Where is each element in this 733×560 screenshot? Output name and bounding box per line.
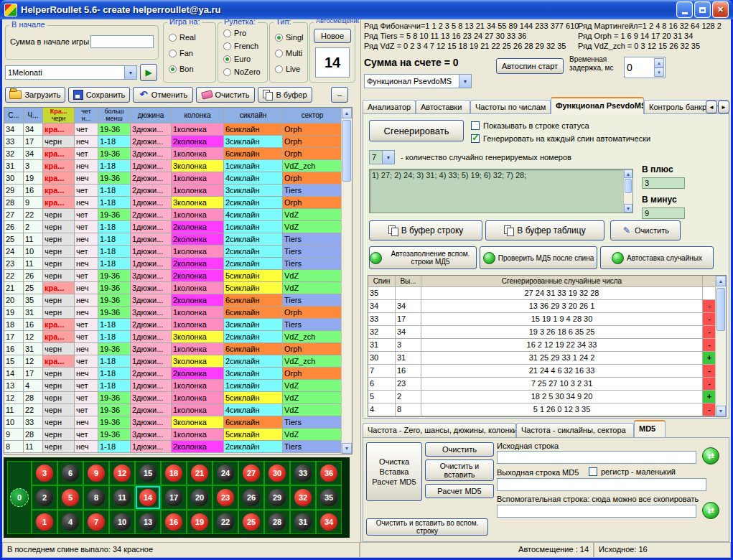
history-row[interactable]: 1931черннеч19-363дюжи...1колонка6сиклайн… [4,307,352,319]
history-row[interactable]: 313кра...неч1-181дюжи...3колонка1сиклайн… [4,160,352,172]
function-combobox[interactable]: Функционал PsevdoMS ▼ [364,74,472,88]
history-row[interactable]: 3434кра...чет19-363дюжи...1колонка6сикла… [4,123,352,136]
radio-pro[interactable]: Pro [223,29,246,37]
tab-2[interactable]: Автоставки [416,100,470,114]
history-scrollbar[interactable]: ▲ ▼ [341,108,352,454]
history-row[interactable]: 2035черннеч19-363дюжи...2колонка6сиклайн… [4,294,352,307]
board-cell[interactable]: 25 [238,510,264,534]
md5-clear-button[interactable]: Очистить [425,442,494,457]
show-status-checkbox[interactable]: Показывать в строке статуса [471,121,589,130]
history-row[interactable]: 134чернчет1-181дюжи...1колонка1сиклайнVd… [4,380,352,392]
clear-button[interactable]: Очистить [610,220,681,241]
scroll-up-button[interactable]: ▲ [624,169,632,178]
history-row[interactable]: 2722чернчет19-362дюжи...1колонка4сиклайн… [4,209,352,221]
header-dozen[interactable]: дюжина [131,108,172,123]
gen-header-3[interactable]: Сгенерированные случайные числа [421,276,703,287]
transfer-button[interactable]: ⇄ [702,502,719,519]
generated-row[interactable]: 6237 25 27 10 3 2 31- [368,378,726,391]
board-cell[interactable]: 18 [161,461,187,485]
delay-spinner[interactable]: 0 ▲ ▼ [624,57,666,78]
bottom-tab-3[interactable]: MD5 [634,420,666,437]
board-cell[interactable]: 4 [57,510,83,534]
history-row[interactable]: 928чернчет19-363дюжи...1колонка5сиклайнV… [4,429,352,441]
tab-1[interactable]: Анализатор [363,100,416,114]
board-cell[interactable]: 7 [83,510,109,534]
autobet-random-button[interactable]: Автоставка случайных [600,246,714,269]
count-combobox[interactable]: 7 ▼ [369,150,395,164]
history-row[interactable]: 3234кра...чет19-363дюжи...1колонка6сикла… [4,148,352,160]
board-cell[interactable]: 10 [109,510,135,534]
board-cell[interactable]: 29 [264,485,290,510]
start-sum-input[interactable] [90,35,154,48]
history-row[interactable]: 2916кра...чет1-182дюжи...1колонка3сиклай… [4,185,352,197]
toolbar-copy-button[interactable]: В буфер [258,87,312,103]
history-row[interactable]: 2410чернчет1-181дюжи...1колонка2сиклайнT… [4,246,352,258]
header-color[interactable]: Кра...черн [43,108,75,123]
generated-row[interactable]: 303131 25 29 33 1 24 2+ [368,352,726,365]
history-row[interactable]: 1417черннеч1-182дюжи...2колонка3сиклайнO… [4,368,352,380]
board-cell[interactable]: 23 [213,485,238,510]
generated-row[interactable]: 5218 2 5 30 34 9 20+ [368,391,726,403]
board-cell[interactable]: 1 [32,510,57,534]
board-cell[interactable]: 3 [32,461,57,485]
generated-row[interactable]: 343413 36 29 3 20 26 1- [368,300,726,313]
board-cell[interactable]: 28 [264,510,290,534]
scrollbar-thumb[interactable] [342,120,351,182]
textarea-scrollbar[interactable]: ▲ ▼ [623,169,632,213]
auto-generate-checkbox[interactable]: Генерировать на каждый спин автоматическ… [471,134,650,143]
board-cell[interactable]: 36 [316,461,342,485]
radio-singl[interactable]: Singl [275,33,303,42]
radio-multi[interactable]: Multi [275,49,302,57]
gen-header-2[interactable]: Вы... [396,276,421,287]
board-cell[interactable]: 20 [187,485,213,510]
header-sixline[interactable]: сиклайн [224,108,283,123]
board-cell[interactable]: 30 [264,461,290,485]
tab-scroll-left-button[interactable]: ◄ [706,101,717,113]
transfer-button[interactable]: ⇄ [702,447,719,465]
close-button[interactable]: ✕ [712,1,729,18]
generate-button[interactable]: Сгенерировать [369,120,464,141]
spin-down-button[interactable]: ▼ [654,67,664,77]
board-cell-zero[interactable]: 0 [7,461,32,534]
radio-bon[interactable]: Bon [169,65,194,73]
board-cell[interactable]: 6 [57,461,83,485]
history-row[interactable]: 262чернчет1-181дюжи...2колонка1сиклайнVd… [4,221,352,233]
generated-row[interactable]: 323419 3 26 18 6 35 25- [368,326,726,339]
preset-combobox[interactable]: 1Melonati ▼ [5,65,137,80]
md5-big-button[interactable]: Очистка Вставка Расчет MD5 [366,442,422,501]
board-cell[interactable]: 22 [213,510,238,534]
radio-euro[interactable]: Euro [223,55,251,63]
toolbar-minus-button[interactable]: – [331,87,348,103]
header-parity[interactable]: четн... [75,108,98,123]
radio-nozero[interactable]: NoZero [223,67,261,76]
history-row[interactable]: 1122чернчет19-362дюжи...1колонка4сиклайн… [4,404,352,416]
history-row[interactable]: 3317черннеч1-182дюжи...2колонка3сиклайнO… [4,136,352,148]
generated-row[interactable]: 3527 24 31 33 19 32 28 [368,287,726,300]
md5-clear-paste-aux-button[interactable]: Очистить и вставить во вспом. строку [366,518,488,536]
board-cell[interactable]: 5 [57,485,83,510]
header-column[interactable]: колонка [172,108,224,123]
generated-row[interactable]: 331715 19 1 9 4 28 30- [368,313,726,326]
board-cell[interactable]: 13 [135,510,161,534]
bottom-tab-2[interactable]: Частота - сиклайны, сектора [516,423,634,437]
tab-4[interactable]: Функционал PsevdoMS [551,97,644,114]
board-cell[interactable]: 35 [316,485,342,510]
radio-real[interactable]: Real [169,33,196,42]
check-md5-button[interactable]: Проверить МД5 после спина [480,246,597,269]
board-cell[interactable]: 33 [290,461,316,485]
output-string-input[interactable] [497,478,706,491]
board-cell[interactable]: 15 [135,461,161,485]
copy-table-button[interactable]: В буфер таблицу [485,220,604,241]
history-row[interactable]: 1712кра...чет1-181дюжи...3колонка2сиклай… [4,331,352,343]
new-autoshift-button[interactable]: Новое [314,29,351,43]
history-row[interactable]: 2125кра...неч19-363дюжи...1колонка5сикла… [4,282,352,294]
header-sector[interactable]: сектор [283,108,342,123]
board-cell[interactable]: 32 [290,485,316,510]
toolbar-open-button[interactable]: Загрузить [5,87,65,103]
copy-row-button[interactable]: В буфер строку [369,220,482,241]
history-row[interactable]: 289кра...неч1-181дюжи...3колонка2сиклайн… [4,197,352,209]
board-cell[interactable]: 17 [161,485,187,510]
history-row[interactable]: 1512кра...чет1-181дюжи...3колонка2сиклай… [4,355,352,368]
scroll-down-button[interactable]: ▼ [624,204,632,213]
header-number[interactable]: Ч... [24,108,43,123]
